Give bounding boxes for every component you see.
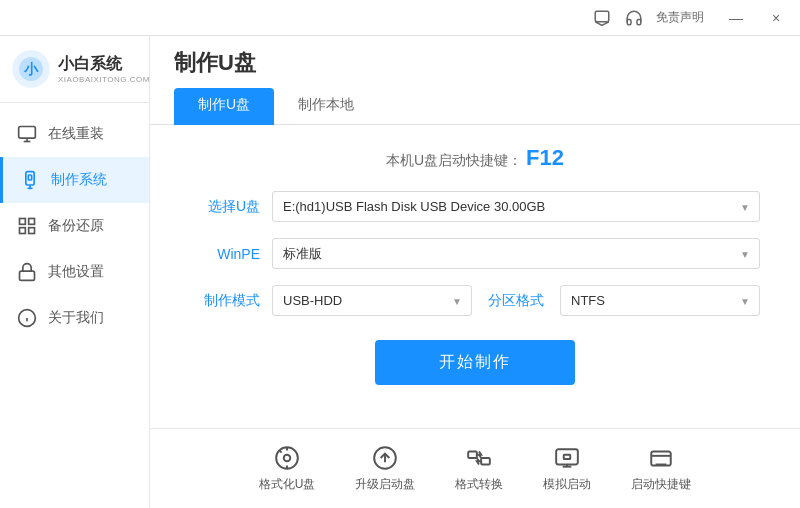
logo-area: 小 小白系统 XIAOBAIXITONG.COM [0,36,149,103]
partition-label: 分区格式 [488,292,544,310]
tool-label-format: 格式化U盘 [259,476,316,493]
usb-icon [19,169,41,191]
screen-icon [553,444,581,472]
logo-text: 小白系统 XIAOBAIXITONG.COM [58,54,150,84]
tool-label-bootkey: 启动快捷键 [631,476,691,493]
app-body: 小 小白系统 XIAOBAIXITONG.COM 在线重装 [0,36,800,508]
shortcut-text: 本机U盘启动快捷键： [386,152,522,168]
winpe-select[interactable]: 标准版 [272,238,760,269]
partition-control: NTFS ▼ [560,285,760,316]
start-button[interactable]: 开始制作 [375,340,575,385]
svg-rect-25 [556,449,578,464]
winpe-control: 标准版 ▼ [272,238,760,269]
tool-label-simulate: 模拟启动 [543,476,591,493]
titlebar-icons: 免责声明 — × [592,4,790,32]
close-button[interactable]: × [762,4,790,32]
minimize-button[interactable]: — [722,4,750,32]
svg-rect-13 [20,271,35,280]
free-label[interactable]: 免责声明 [656,9,704,26]
tool-label-convert: 格式转换 [455,476,503,493]
tool-format-convert[interactable]: 格式转换 [455,444,503,493]
svg-rect-0 [595,11,609,22]
user-icon[interactable] [592,8,612,28]
form-area: 本机U盘启动快捷键： F12 选择U盘 E:(hd1)USB Flash Dis… [150,125,800,428]
nav-label-online: 在线重装 [48,125,104,143]
sidebar-item-other-settings[interactable]: 其他设置 [0,249,149,295]
nav-label-settings: 其他设置 [48,263,104,281]
winpe-row: WinPE 标准版 ▼ [190,238,760,269]
convert-icon [465,444,493,472]
tool-upgrade-boot[interactable]: 升级启动盘 [355,444,415,493]
svg-rect-4 [19,127,36,139]
info-icon [16,307,38,329]
usb-select-row: 选择U盘 E:(hd1)USB Flash Disk USB Device 30… [190,191,760,222]
nav-label-make: 制作系统 [51,171,107,189]
tool-simulate-boot[interactable]: 模拟启动 [543,444,591,493]
sidebar-item-about-us[interactable]: 关于我们 [0,295,149,341]
shortcut-hint: 本机U盘启动快捷键： F12 [190,145,760,171]
tool-format-usb[interactable]: 格式化U盘 [259,444,316,493]
svg-rect-7 [26,172,34,185]
key-icon [647,444,675,472]
svg-rect-24 [481,458,490,465]
bottom-toolbar: 格式化U盘 升级启动盘 [150,428,800,508]
mode-partition-row: 制作模式 USB-HDD ▼ 分区格式 NTFS ▼ [190,285,760,316]
sidebar-item-backup-restore[interactable]: 备份还原 [0,203,149,249]
logo-main: 小白系统 [58,54,150,75]
logo-sub: XIAOBAIXITONG.COM [58,75,150,84]
tool-boot-shortcut[interactable]: 启动快捷键 [631,444,691,493]
lock-icon [16,261,38,283]
nav-label-backup: 备份还原 [48,217,104,235]
monitor-icon [16,123,38,145]
svg-rect-8 [28,175,31,180]
headset-icon[interactable] [624,8,644,28]
svg-rect-10 [29,219,35,225]
page-header: 制作U盘 制作U盘 制作本地 [150,36,800,125]
usb-label: 选择U盘 [190,198,260,216]
disk-icon [273,444,301,472]
shortcut-key: F12 [526,145,564,170]
content-area: 制作U盘 制作U盘 制作本地 本机U盘启动快捷键： F12 选择U盘 E:(hd… [150,36,800,508]
usb-select[interactable]: E:(hd1)USB Flash Disk USB Device 30.00GB [272,191,760,222]
svg-rect-26 [564,455,571,459]
tool-label-upgrade: 升级启动盘 [355,476,415,493]
titlebar: 免责声明 — × [0,0,800,36]
mode-control: USB-HDD ▼ [272,285,472,316]
svg-rect-12 [29,228,35,234]
page-title: 制作U盘 [174,48,776,78]
svg-text:小: 小 [23,61,39,77]
sidebar-nav: 在线重装 制作系统 [0,103,149,508]
upload-icon [371,444,399,472]
tab-make-local[interactable]: 制作本地 [274,88,378,125]
tab-make-usb[interactable]: 制作U盘 [174,88,274,125]
sidebar: 小 小白系统 XIAOBAIXITONG.COM 在线重装 [0,36,150,508]
mode-label: 制作模式 [190,292,260,310]
svg-rect-23 [468,452,477,459]
mode-select[interactable]: USB-HDD [272,285,472,316]
svg-rect-27 [652,452,672,466]
nav-label-about: 关于我们 [48,309,104,327]
svg-rect-11 [20,228,26,234]
logo-icon: 小 [12,50,50,88]
svg-rect-9 [20,219,26,225]
tabs: 制作U盘 制作本地 [174,88,776,124]
usb-select-control: E:(hd1)USB Flash Disk USB Device 30.00GB… [272,191,760,222]
partition-select[interactable]: NTFS [560,285,760,316]
grid-icon [16,215,38,237]
svg-point-18 [284,455,291,462]
sidebar-item-online-reinstall[interactable]: 在线重装 [0,111,149,157]
winpe-label: WinPE [190,246,260,262]
sidebar-item-make-system[interactable]: 制作系统 [0,157,149,203]
